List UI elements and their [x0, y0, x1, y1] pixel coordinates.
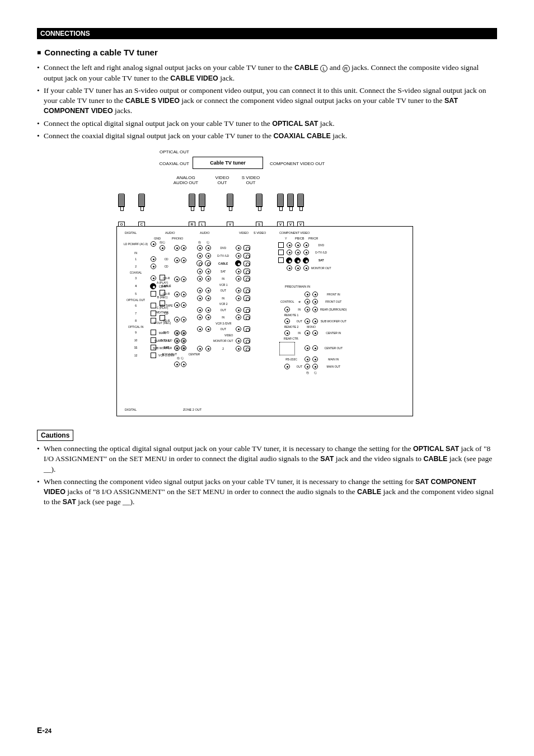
plug-coaxial: C [137, 194, 147, 227]
jack-icon [205, 314, 211, 320]
rowlbl: IN [123, 248, 149, 255]
jack-icon [205, 245, 211, 251]
rowlbl: OUT [212, 326, 234, 333]
grp-component: COMPONENT VIDEO [279, 231, 310, 234]
jack-icon [197, 245, 203, 251]
svideo-hl-icon [243, 261, 250, 266]
rowlbl: OUT [295, 318, 303, 325]
jack-icon [305, 292, 310, 297]
rowlbl: RS-232C [279, 356, 303, 363]
jack-icon [197, 295, 203, 301]
jack-icon [181, 317, 186, 322]
jack-icon [181, 245, 186, 251]
bold-text: OPTICAL SAT [413, 445, 459, 453]
grp-pb: PB/CB [295, 237, 305, 240]
jack-icon [295, 242, 301, 248]
plug-optical: O [116, 194, 127, 227]
rowlbl: IN [212, 314, 234, 321]
text: jacks. [113, 106, 133, 115]
text: When connecting the component video sign… [44, 477, 415, 486]
jack-icon [236, 288, 241, 293]
jack-hl-icon [303, 257, 309, 264]
rowlbl: D OUT (REC) [154, 321, 171, 325]
text: Connect the left and right analog signal… [44, 63, 294, 72]
jack-icon [197, 307, 203, 313]
section-header-bar: CONNECTIONS [37, 28, 497, 39]
jack-icon [174, 361, 180, 367]
jack-icon [205, 295, 211, 301]
jack-icon [181, 276, 186, 282]
grp-svideo: S VIDEO [254, 231, 266, 234]
text: and [327, 63, 342, 72]
jack-icon [197, 346, 203, 351]
label-component-out: COMPONENT VIDEO OUT [270, 162, 337, 167]
plug-r: R [187, 194, 197, 227]
n: 1 [135, 257, 137, 261]
jack-icon [312, 330, 318, 336]
jack-icon [174, 330, 180, 336]
connection-diagram: OPTICAL OUT COAXIAL OUT Cable TV tuner C… [113, 150, 421, 416]
bold-text: OPTICAL SAT [272, 120, 318, 128]
jack-icon [305, 364, 310, 369]
n: 11 [134, 346, 138, 349]
rowlbl: VCR 2 [195, 303, 251, 306]
switch-icon [160, 300, 165, 306]
jack-icon [174, 292, 180, 297]
page-prefix: E- [37, 726, 45, 735]
label-svideo-out: S VIDEO OUT [238, 176, 263, 186]
rowlbl: REAR CTR. [279, 337, 303, 341]
jack-icon [305, 299, 310, 304]
rowlbl: SUB WOOFER OUT [319, 318, 348, 325]
jack-icon [236, 245, 241, 251]
jack-icon [236, 338, 241, 344]
rowlbl: SAT [212, 269, 234, 275]
rowlbl: 8CH INPUT [152, 353, 188, 356]
rowlbl: B (REC) [157, 295, 168, 299]
jack-icon [305, 307, 310, 312]
jack-hl-icon [196, 260, 203, 266]
rowlbl: REAR (SURROUND) [319, 307, 348, 313]
rs232c-port-icon [279, 342, 295, 355]
bold-text: CABLE [357, 488, 381, 496]
jack-icon [312, 318, 318, 324]
rowlbl: IN [295, 307, 303, 313]
text: jack or connect the component video sign… [180, 96, 444, 105]
plug-l: L [197, 194, 207, 227]
rowlbl: IN [295, 330, 303, 337]
jack-icon [287, 250, 292, 255]
rowlbl: A (PLAY) [157, 281, 168, 284]
rowlbl: LD PCM/RF (AC-3) [123, 241, 149, 248]
rowlbl: VCR 1 [195, 284, 251, 287]
section-title: Connecting a cable TV tuner [37, 47, 497, 58]
jack-icon [312, 364, 318, 369]
text: When connecting the optical digital sign… [44, 444, 413, 453]
jack-icon [236, 326, 241, 332]
jack-icon [205, 276, 211, 281]
rowlbl: OUT [295, 364, 303, 370]
instruction-item: Connect the coaxial digital signal outpu… [37, 131, 497, 141]
bold-text: CABLE [294, 64, 318, 72]
jack-icon [312, 356, 318, 362]
jack-icon [236, 346, 241, 351]
grp-audio: AUDIO [165, 231, 175, 234]
jack-icon [305, 330, 310, 336]
rowlbl: MAIN [152, 330, 173, 337]
jack-icon [236, 314, 241, 320]
n: 2 [135, 265, 137, 268]
rowlbl: OUT [212, 307, 234, 314]
jack-icon [205, 307, 211, 313]
jack-icon [236, 253, 241, 259]
label-video-out: VIDEO OUT [213, 176, 232, 186]
svideo-icon [243, 276, 250, 281]
rowlbl: REMOTE 2 [279, 326, 303, 329]
n: 4 [135, 284, 137, 288]
bold-text: CABLE VIDEO [170, 74, 218, 82]
rowlbl: SURROUND [152, 338, 173, 345]
grp-preout: PREOUT/MAIN IN [285, 285, 310, 288]
n: 7 [135, 312, 137, 315]
jack-icon [303, 242, 309, 248]
jack-icon [181, 330, 186, 336]
n: 9 [135, 331, 137, 334]
rowlbl: SUB WOOFER [152, 345, 173, 352]
rowlbl: VIDEO [195, 334, 234, 337]
